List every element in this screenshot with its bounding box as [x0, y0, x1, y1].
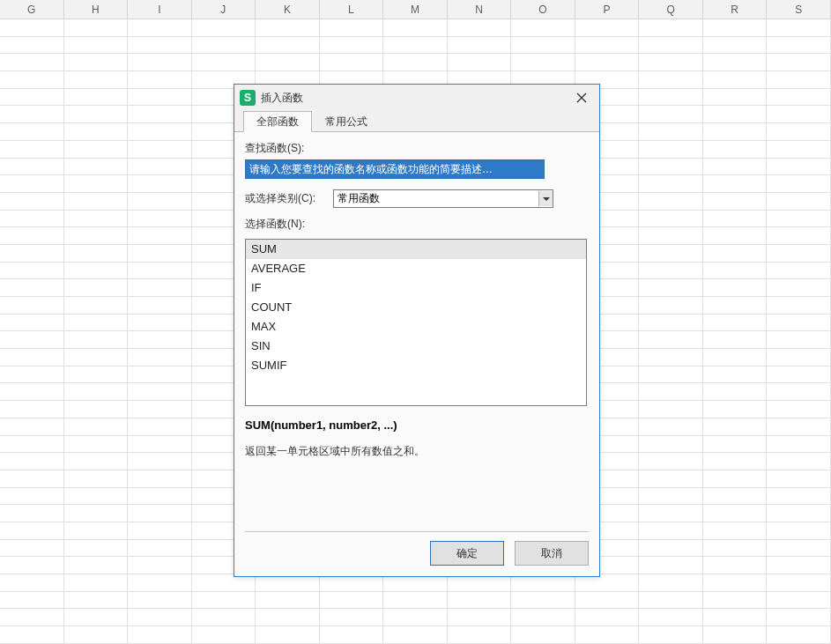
- column-header[interactable]: G: [0, 0, 64, 19]
- function-item[interactable]: IF: [246, 278, 586, 298]
- column-header[interactable]: L: [320, 0, 384, 19]
- column-header[interactable]: Q: [639, 0, 703, 19]
- function-item[interactable]: AVERAGE: [246, 259, 586, 278]
- category-value: 常用函数: [338, 191, 380, 206]
- select-function-label: 选择函数(N):: [245, 217, 589, 232]
- wps-logo-icon: S: [240, 90, 256, 106]
- button-row: 确定 取消: [234, 532, 599, 576]
- insert-function-dialog: S 插入函数 全部函数 常用公式 查找函数(S): 请输入您要查找的函数名称或函…: [234, 84, 600, 577]
- search-label: 查找函数(S):: [245, 141, 589, 156]
- chevron-down-icon: [538, 191, 553, 206]
- column-header[interactable]: S: [767, 0, 831, 19]
- function-description: 返回某一单元格区域中所有数值之和。: [245, 444, 589, 459]
- function-list[interactable]: SUMAVERAGEIFCOUNTMAXSINSUMIF: [245, 239, 587, 406]
- column-header[interactable]: M: [383, 0, 448, 19]
- tab-all-functions[interactable]: 全部函数: [243, 111, 312, 132]
- category-select[interactable]: 常用函数: [333, 189, 553, 208]
- cancel-button[interactable]: 取消: [515, 541, 589, 566]
- column-header[interactable]: R: [703, 0, 768, 19]
- function-item[interactable]: SIN: [246, 337, 586, 356]
- titlebar: S 插入函数: [234, 85, 599, 111]
- column-header[interactable]: I: [128, 0, 192, 19]
- search-input[interactable]: 请输入您要查找的函数名称或函数功能的简要描述…: [245, 159, 545, 179]
- column-header[interactable]: P: [575, 0, 640, 19]
- tab-common-formulas[interactable]: 常用公式: [312, 111, 381, 131]
- function-signature: SUM(number1, number2, ...): [245, 418, 589, 432]
- function-item[interactable]: COUNT: [246, 298, 586, 317]
- panel: 查找函数(S): 请输入您要查找的函数名称或函数功能的简要描述… 或选择类别(C…: [234, 132, 599, 532]
- ok-button[interactable]: 确定: [430, 541, 504, 566]
- column-header[interactable]: J: [192, 0, 256, 19]
- category-label: 或选择类别(C):: [245, 191, 315, 206]
- function-item[interactable]: SUM: [246, 240, 586, 259]
- column-header[interactable]: N: [448, 0, 512, 19]
- column-headers: GHIJKLMNOPQRS: [0, 0, 831, 19]
- dialog-title: 插入函数: [261, 91, 569, 106]
- close-icon: [576, 93, 587, 103]
- column-header[interactable]: O: [511, 0, 575, 19]
- tab-bar: 全部函数 常用公式: [234, 111, 599, 132]
- column-header[interactable]: K: [256, 0, 320, 19]
- close-button[interactable]: [569, 89, 594, 107]
- description-area: SUM(number1, number2, ...) 返回某一单元格区域中所有数…: [245, 418, 589, 459]
- column-header[interactable]: H: [64, 0, 129, 19]
- function-item[interactable]: MAX: [246, 317, 586, 337]
- function-item[interactable]: SUMIF: [246, 356, 586, 375]
